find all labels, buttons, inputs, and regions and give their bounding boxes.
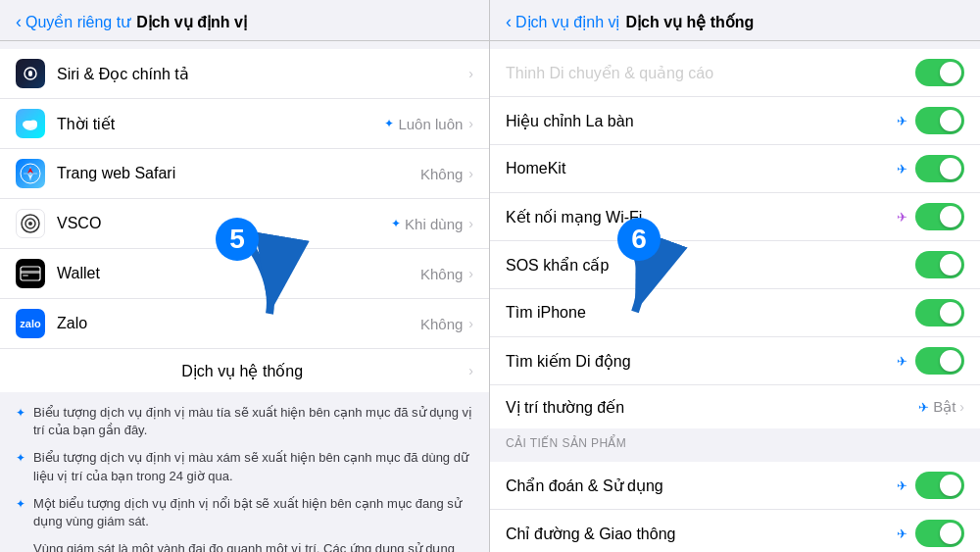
wallet-chevron-icon: › — [468, 266, 473, 281]
right-toggle-2[interactable] — [915, 155, 964, 182]
list-item-weather[interactable]: Thời tiết ✦ Luôn luôn › — [0, 99, 489, 149]
note-2-text: Biểu tượng dịch vụ định vị màu xám sẽ xu… — [33, 449, 473, 484]
right-bottom-list: Chẩn đoán & Sử dụng ✈ Chỉ đường & Giao t… — [490, 462, 980, 552]
right-toggle-3[interactable] — [915, 203, 964, 230]
system-label: Dịch vụ hệ thống — [16, 362, 468, 380]
note-4: ✦ Vùng giám sát là một vành đai đo quanh… — [16, 540, 473, 552]
loc-arrow-3: ✈ — [897, 210, 907, 225]
right-toggle-4[interactable] — [915, 251, 964, 278]
vsco-icon — [16, 209, 45, 238]
right-item-7[interactable]: Vị trí thường đến ✈ Bật › — [490, 385, 980, 428]
right-item-b1[interactable]: Chỉ đường & Giao thông ✈ — [490, 510, 980, 552]
loc-arrow-6: ✈ — [897, 354, 907, 369]
siri-icon — [16, 59, 45, 88]
right-item-6[interactable]: Tìm kiếm Di động ✈ — [490, 337, 980, 385]
right-top-list: Thinh Di chuyển & quảng cáo Hiệu chỉnh L… — [490, 49, 980, 428]
right-item-2[interactable]: HomeKit ✈ — [490, 145, 980, 193]
right-back-label: Dịch vụ định vị — [515, 13, 619, 31]
safari-chevron-icon: › — [468, 166, 473, 181]
siri-chevron-icon: › — [468, 66, 473, 81]
right-header-title: Dịch vụ hệ thống — [625, 13, 754, 31]
left-back-button[interactable]: ‹ Quyền riêng tư — [16, 12, 130, 32]
right-chevron-7: › — [959, 399, 964, 415]
safari-value: Không — [420, 166, 463, 182]
right-toggle-b0[interactable] — [915, 472, 964, 499]
right-toggle-1[interactable] — [915, 107, 964, 134]
right-label-3: Kết nối mạng Wi-Fi — [506, 208, 897, 226]
right-item-0[interactable]: Thinh Di chuyển & quảng cáo — [490, 49, 980, 97]
right-item-1[interactable]: Hiệu chỉnh La bàn ✈ — [490, 97, 980, 145]
note-3-text: Một biểu tượng dịch vụ định vị nổi bật s… — [33, 495, 473, 530]
right-label-7: Vị trí thường đến — [506, 398, 918, 417]
siri-label: Siri & Đọc chính tả — [57, 65, 468, 83]
weather-chevron-icon: › — [468, 116, 473, 131]
note-4-text: Vùng giám sát là một vành đai đo quanh m… — [33, 540, 473, 552]
right-toggle-6[interactable] — [915, 347, 964, 375]
right-loc-6: ✈ — [897, 354, 907, 369]
right-item-5[interactable]: Tìm iPhone — [490, 289, 980, 337]
notes-section: ✦ Biểu tượng dịch vụ định vị màu tía sẽ … — [0, 392, 489, 552]
right-label-4: SOS khẩn cấp — [506, 256, 915, 275]
loc-arrow-b1: ✈ — [897, 527, 907, 541]
svg-point-12 — [28, 222, 32, 226]
right-back-button[interactable]: ‹ Dịch vụ định vị — [506, 12, 619, 32]
right-toggle-b1[interactable] — [915, 520, 964, 547]
svg-rect-15 — [23, 275, 28, 276]
wallet-label: Wallet — [57, 265, 420, 282]
note-3-icon: ✦ — [16, 497, 25, 511]
note-1: ✦ Biểu tượng dịch vụ định vị màu tía sẽ … — [16, 404, 473, 439]
vsco-loc-icon: ✦ — [391, 217, 401, 230]
right-label-5: Tìm iPhone — [506, 304, 915, 322]
badge-6: 6 — [617, 218, 661, 261]
right-label-2: HomeKit — [506, 160, 897, 177]
right-label-1: Hiệu chỉnh La bàn — [506, 112, 897, 130]
right-header: ‹ Dịch vụ định vị Dịch vụ hệ thống — [490, 0, 980, 41]
right-section-header: CẢI TIẾN SẢN PHẨM — [490, 428, 980, 454]
wallet-icon — [16, 259, 45, 288]
badge-5: 5 — [216, 218, 259, 261]
system-chevron-icon: › — [468, 363, 473, 378]
list-item-zalo[interactable]: zalo Zalo Không › — [0, 299, 489, 349]
svg-rect-1 — [28, 71, 32, 76]
right-panel: ‹ Dịch vụ định vị Dịch vụ hệ thống Thinh… — [490, 0, 980, 552]
right-label-b1: Chỉ đường & Giao thông — [506, 525, 897, 543]
vsco-chevron-icon: › — [468, 216, 473, 231]
zalo-icon: zalo — [16, 309, 45, 338]
right-loc-3: ✈ — [897, 210, 907, 225]
right-loc-b0: ✈ — [897, 478, 907, 493]
weather-value: ✦ Luôn luôn — [384, 116, 463, 132]
note-3: ✦ Một biểu tượng dịch vụ định vị nổi bật… — [16, 495, 473, 530]
note-2: ✦ Biểu tượng dịch vụ định vị màu xám sẽ … — [16, 449, 473, 484]
zalo-label: Zalo — [57, 315, 420, 332]
left-back-label: Quyền riêng tư — [25, 13, 130, 31]
list-item-safari[interactable]: Trang web Safari Không › — [0, 149, 489, 199]
right-loc-2: ✈ — [897, 162, 907, 176]
note-1-text: Biểu tượng dịch vụ định vị màu tía sẽ xu… — [33, 404, 473, 439]
left-header: ‹ Quyền riêng tư Dịch vụ định vị — [0, 0, 489, 41]
loc-arrow-1: ✈ — [897, 114, 907, 128]
list-item-siri[interactable]: Siri & Đọc chính tả › — [0, 49, 489, 99]
right-item-3[interactable]: Kết nối mạng Wi-Fi ✈ — [490, 193, 980, 241]
right-label-b0: Chẩn đoán & Sử dụng — [506, 477, 897, 495]
svg-point-4 — [29, 121, 37, 127]
zalo-value: Không — [420, 316, 463, 332]
loc-arrow-7: ✈ — [918, 400, 929, 415]
right-toggle-0[interactable] — [915, 59, 964, 86]
right-item-b0[interactable]: Chẩn đoán & Sử dụng ✈ — [490, 462, 980, 510]
left-panel: ‹ Quyền riêng tư Dịch vụ định vị Siri & … — [0, 0, 490, 552]
weather-loc-icon: ✦ — [384, 117, 394, 130]
right-loc-1: ✈ — [897, 114, 907, 128]
note-2-icon: ✦ — [16, 451, 25, 465]
right-toggle-5[interactable] — [915, 299, 964, 326]
right-item-4[interactable]: SOS khẩn cấp — [490, 241, 980, 289]
right-value-7: Bật — [933, 398, 956, 416]
svg-rect-14 — [21, 271, 40, 274]
right-loc-7: ✈ — [918, 400, 929, 415]
list-item-system[interactable]: Dịch vụ hệ thống › — [0, 349, 489, 392]
left-back-chevron-icon: ‹ — [16, 12, 22, 32]
right-label-0: Thinh Di chuyển & quảng cáo — [506, 64, 915, 82]
weather-label: Thời tiết — [57, 115, 384, 133]
vsco-value: ✦ Khi dùng — [391, 216, 463, 232]
safari-icon — [16, 159, 45, 188]
note-1-icon: ✦ — [16, 406, 25, 420]
